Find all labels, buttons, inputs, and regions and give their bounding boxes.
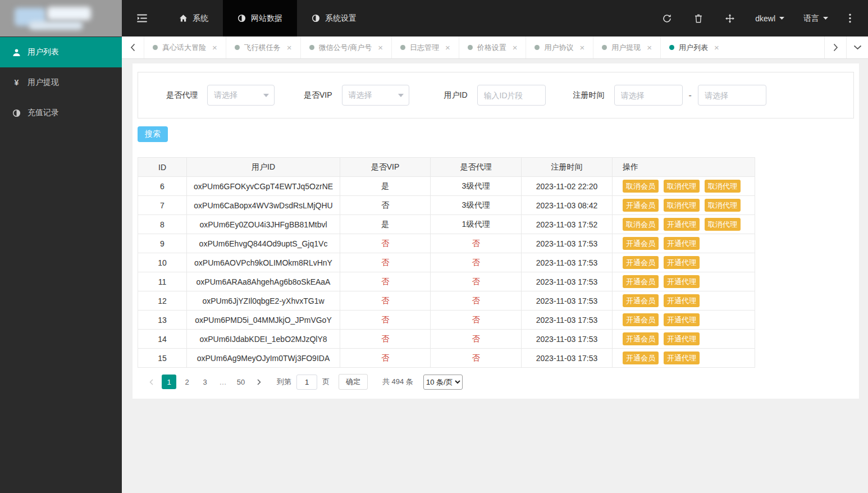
main-content: 是否代理 请选择 是否VIP 请选择 用户ID 注册时间 - 搜索 ID用户ID… [122,59,868,493]
action-button[interactable]: 开通会员 [623,332,659,345]
cell-vip: 否 [340,196,431,215]
action-button[interactable]: 开通会员 [623,275,659,288]
cell-vip: 否 [340,234,431,253]
close-icon[interactable]: × [513,43,518,52]
refresh-button[interactable] [651,14,683,23]
cell-actions: 取消会员取消代理取消代理 [613,177,755,196]
chevron-left-icon [130,43,135,52]
cell-reg-time: 2023-11-03 17:53 [522,234,613,253]
user-id-input[interactable] [477,85,546,106]
cell-reg-time: 2023-11-03 17:53 [522,311,613,330]
caret-down-icon [823,17,828,20]
tab-1[interactable]: 真心话大冒险× [144,36,226,58]
page-button[interactable]: 50 [234,375,248,389]
action-button[interactable]: 开通会员 [623,313,659,326]
action-button[interactable]: 取消会员 [623,180,659,193]
cell-agent: 否 [431,330,522,349]
action-button[interactable]: 开通代理 [664,218,700,231]
cell-user-id: oxPUm6PMD5i_04MMJkjO_JPmVGoY [187,311,340,330]
tab-6[interactable]: 用户协议× [526,36,593,58]
search-button[interactable]: 搜索 [138,126,168,142]
action-button[interactable]: 开通会员 [623,256,659,269]
close-icon[interactable]: × [647,43,652,52]
goto-confirm-button[interactable]: 确定 [339,374,368,390]
action-button[interactable]: 取消会员 [623,218,659,231]
nav-item-system-settings[interactable]: 系统设置 [297,0,371,36]
page-button[interactable]: 3 [198,375,212,389]
tab-label: 微信公号/商户号 [319,43,372,53]
action-button[interactable]: 取消代理 [664,180,700,193]
sidebar: 用户列表¥用户提现充值记录 [0,36,122,493]
tab-7[interactable]: 用户提现× [593,36,660,58]
tab-3[interactable]: 微信公号/商户号× [300,36,391,58]
close-icon[interactable]: × [445,43,450,52]
action-button[interactable]: 开通会员 [623,352,659,364]
cell-user-id: oxPUm6IJdabKDEI_1ebO2MJzQlY8 [187,330,340,349]
close-icon[interactable]: × [714,43,719,52]
action-button[interactable]: 开通代理 [664,294,700,307]
fullscreen-button[interactable] [714,14,746,23]
tab-8[interactable]: 用户列表× [660,36,728,58]
goto-page-input[interactable] [296,375,317,390]
cell-vip: 否 [340,272,431,291]
action-button[interactable]: 开通代理 [664,237,700,250]
close-icon[interactable]: × [378,43,383,52]
action-button[interactable]: 开通代理 [664,352,700,364]
close-icon[interactable]: × [212,43,217,52]
action-button[interactable]: 开通代理 [664,332,700,345]
action-button[interactable]: 开通会员 [623,199,659,212]
per-page-select[interactable]: 10 条/页 [423,375,463,390]
page-button[interactable]: 2 [180,375,194,389]
vip-filter-select[interactable]: 请选择 [342,85,409,106]
sidebar-item-user-list[interactable]: 用户列表 [0,37,122,67]
user-dropdown[interactable]: dkewl [746,14,794,23]
menu-toggle-button[interactable] [122,0,162,36]
next-page-button[interactable] [252,375,266,389]
cell-user-id: oxPUm6GFOKyvCGpT4EWTJq5OzrNE [187,177,340,196]
action-button[interactable]: 取消代理 [664,199,700,212]
tabs-dropdown-button[interactable] [846,36,868,58]
language-dropdown[interactable]: 语言 [794,13,838,24]
tab-4[interactable]: 日志管理× [391,36,459,58]
action-button[interactable]: 取消代理 [705,199,741,212]
logo-blob [29,21,83,30]
action-button[interactable]: 取消代理 [705,180,741,193]
close-icon[interactable]: × [287,43,292,52]
action-button[interactable]: 开通代理 [664,256,700,269]
cell-vip: 否 [340,311,431,330]
page-button[interactable]: 1 [162,375,176,389]
filter-agent-label: 是否代理 [166,90,198,101]
close-icon[interactable]: × [579,43,584,52]
tabs-scroll-left-button[interactable] [122,36,144,58]
clear-cache-button[interactable] [683,14,714,23]
action-button[interactable]: 开通代理 [664,313,700,326]
cell-agent: 否 [431,272,522,291]
column-header: 用户ID [187,158,340,177]
user-list-panel: 是否代理 请选择 是否VIP 请选择 用户ID 注册时间 - 搜索 ID用户ID… [133,63,859,399]
more-vertical-icon [849,13,851,23]
table-row: 14oxPUm6IJdabKDEI_1ebO2MJzQlY8否否2023-11-… [138,330,755,349]
action-button[interactable]: 取消代理 [705,218,741,231]
prev-page-button[interactable] [144,375,158,389]
regtime-end-input[interactable] [698,85,766,106]
tab-5[interactable]: 价格设置× [459,36,526,58]
nav-item-site-data[interactable]: 网站数据 [223,0,297,36]
more-menu-button[interactable] [838,13,862,23]
nav-item-system[interactable]: 系统 [165,0,223,36]
tab-2[interactable]: 飞行棋任务× [226,36,300,58]
agent-filter-select[interactable]: 请选择 [207,85,275,106]
action-button[interactable]: 开通会员 [623,237,659,250]
cell-actions: 开通会员开通代理 [613,272,755,291]
cell-actions: 取消会员开通代理取消代理 [613,215,755,234]
tabbar: 真心话大冒险×飞行棋任务×微信公号/商户号×日志管理×价格设置×用户协议×用户提… [122,36,868,59]
regtime-start-input[interactable] [614,85,683,106]
tabs-scroll-right-button[interactable] [824,36,846,58]
sidebar-item-recharge-records[interactable]: 充值记录 [0,98,122,128]
sidebar-item-user-withdraw[interactable]: ¥用户提现 [0,67,122,98]
page-button[interactable]: … [216,375,230,389]
column-header: 注册时间 [522,158,613,177]
action-button[interactable]: 开通代理 [664,275,700,288]
table-row: 10oxPUm6AOVPch9kOLIMOkm8RLvHnY否否2023-11-… [138,253,755,272]
action-button[interactable]: 开通会员 [623,294,659,307]
range-separator: - [689,90,692,101]
